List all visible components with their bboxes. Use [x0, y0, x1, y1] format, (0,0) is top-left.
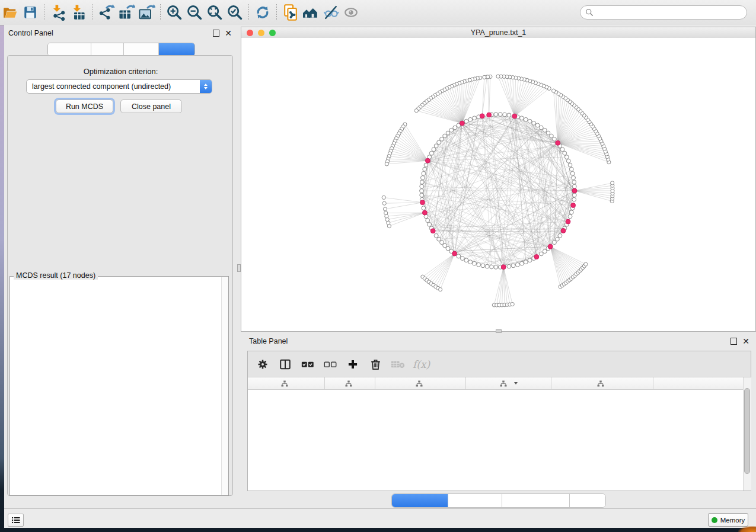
- node-table-frame: f(x): [247, 351, 751, 491]
- export-table-icon[interactable]: [116, 3, 136, 22]
- network-vertical-scrollbar[interactable]: [237, 264, 241, 272]
- select-stepper-icon: [200, 80, 212, 93]
- tab-mcds[interactable]: [159, 43, 194, 56]
- open-session-icon[interactable]: [0, 3, 20, 22]
- tab-network-table[interactable]: [502, 494, 570, 507]
- zoom-fit-icon[interactable]: [205, 3, 225, 22]
- search-box[interactable]: [580, 5, 747, 20]
- gear-icon[interactable]: [255, 357, 270, 372]
- duplicate-network-icon[interactable]: [280, 3, 301, 22]
- column-header-name[interactable]: [325, 377, 375, 389]
- status-bar: Memory: [4, 508, 756, 528]
- table-panel-title: Table Panel: [249, 337, 288, 345]
- import-table-icon[interactable]: [68, 3, 88, 22]
- table-header-row: [248, 377, 743, 390]
- table-row[interactable]: [248, 409, 743, 418]
- table-row[interactable]: [248, 456, 743, 466]
- task-history-button[interactable]: [8, 514, 24, 527]
- close-table-panel-icon[interactable]: ✕: [742, 338, 749, 344]
- tab-node-table[interactable]: [392, 494, 448, 507]
- table-panel: Table Panel ✕: [241, 332, 756, 508]
- column-header-predecessor-nodes[interactable]: [551, 377, 653, 389]
- memory-label: Memory: [720, 517, 745, 524]
- mcds-result-title: MCDS result (17 nodes): [14, 271, 98, 280]
- column-header-successor-nodes[interactable]: [466, 377, 551, 389]
- delete-icon[interactable]: [368, 357, 383, 372]
- function-builder-icon: f(x): [413, 357, 430, 372]
- table-scrollbar-thumb[interactable]: [744, 388, 750, 474]
- sort-descending-icon: [514, 382, 518, 384]
- column-header-shared-name[interactable]: [248, 377, 325, 389]
- optimization-criterion-value: largest connected component (undirected): [27, 82, 200, 91]
- table-row[interactable]: [248, 466, 743, 475]
- network-view-window: YPA_prune.txt_1: [241, 27, 756, 332]
- tab-network[interactable]: [48, 43, 91, 56]
- search-icon: [585, 8, 594, 17]
- tab-edge-table[interactable]: [448, 494, 502, 507]
- float-table-panel-icon[interactable]: [731, 338, 737, 345]
- save-session-icon[interactable]: [20, 3, 40, 22]
- apply-layout-icon[interactable]: [253, 3, 273, 22]
- clear-selection-icon[interactable]: [323, 357, 338, 372]
- table-row[interactable]: [248, 437, 743, 447]
- control-panel: Control Panel ✕ Optimization criterion: …: [4, 25, 237, 508]
- network-window-title: YPA_prune.txt_1: [241, 28, 755, 37]
- add-icon[interactable]: [345, 357, 361, 372]
- table-row[interactable]: [248, 475, 743, 485]
- toolbar-separator: [248, 4, 249, 21]
- optimization-criterion-select[interactable]: largest connected component (undirected): [26, 79, 212, 94]
- table-row[interactable]: [248, 399, 743, 409]
- table-body: [248, 390, 743, 491]
- export-network-icon[interactable]: [96, 3, 116, 22]
- column-header-MCDS-role[interactable]: [375, 377, 466, 389]
- desktop-wallpaper-accent: [738, 526, 756, 532]
- network-gallery-icon[interactable]: [301, 3, 321, 22]
- zoom-out-icon[interactable]: [184, 3, 205, 22]
- close-panel-button[interactable]: Close panel: [120, 100, 182, 113]
- delete-table-icon: [390, 357, 406, 372]
- table-toolbar: f(x): [248, 351, 751, 377]
- table-row[interactable]: [248, 418, 743, 428]
- toolbar-separator: [92, 4, 92, 21]
- control-panel-tabs: [47, 43, 195, 56]
- tab-motifs[interactable]: [570, 494, 605, 507]
- network-window-titlebar[interactable]: YPA_prune.txt_1: [241, 27, 755, 39]
- table-row[interactable]: [248, 447, 743, 456]
- table-row[interactable]: [248, 428, 743, 437]
- mcds-result-list[interactable]: [14, 282, 215, 489]
- tab-style[interactable]: [91, 43, 124, 56]
- toolbar-separator: [44, 4, 44, 21]
- toolbar-separator: [160, 4, 161, 21]
- table-panel-tabs: [391, 493, 606, 508]
- tab-select[interactable]: [124, 43, 159, 56]
- toolbar-separator: [276, 4, 277, 21]
- search-input[interactable]: [596, 8, 747, 17]
- control-panel-title: Control Panel: [8, 29, 53, 37]
- export-image-icon[interactable]: [136, 3, 157, 22]
- zoom-selected-icon[interactable]: [225, 3, 245, 22]
- select-all-icon[interactable]: [300, 357, 315, 372]
- show-eye-icon: [341, 3, 361, 22]
- columns-icon[interactable]: [277, 357, 293, 372]
- column-header-filler: [653, 377, 743, 389]
- hide-selected-icon[interactable]: [321, 3, 341, 22]
- memory-status-dot: [712, 517, 717, 523]
- list-icon: [11, 516, 21, 524]
- main-toolbar: [0, 0, 756, 25]
- memory-button[interactable]: Memory: [708, 513, 748, 527]
- import-network-icon[interactable]: [48, 3, 68, 22]
- mcds-result-scrollbar[interactable]: [221, 277, 228, 495]
- fx-label: f(x): [413, 358, 430, 370]
- optimization-criterion-label: Optimization criterion:: [4, 67, 237, 76]
- network-graph[interactable]: [241, 38, 755, 331]
- zoom-in-icon[interactable]: [164, 3, 184, 22]
- float-panel-icon[interactable]: [213, 30, 219, 37]
- table-row[interactable]: [248, 390, 743, 399]
- close-panel-icon[interactable]: ✕: [225, 30, 232, 36]
- run-mcds-button[interactable]: Run MCDS: [56, 100, 113, 113]
- network-canvas[interactable]: [241, 38, 755, 331]
